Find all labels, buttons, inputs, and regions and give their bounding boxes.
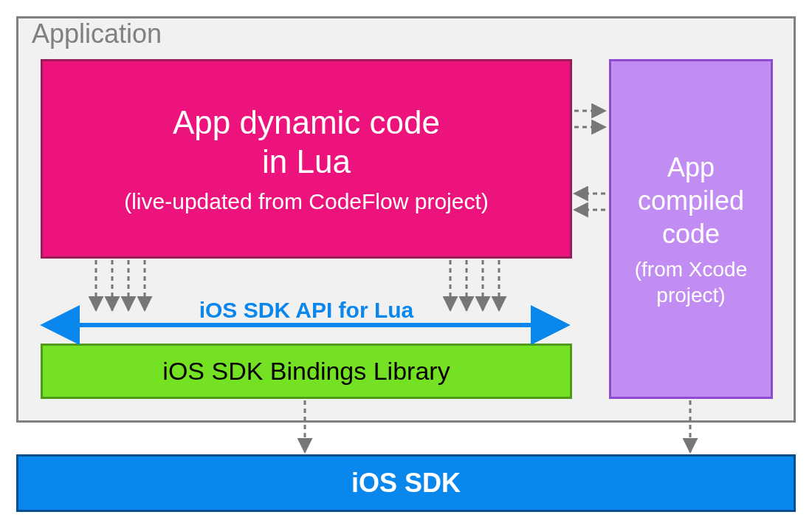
- compiled-sub-line2: project): [656, 284, 725, 307]
- application-title: Application: [32, 18, 162, 49]
- lua-dynamic-code-box: App dynamic code in Lua (live-updated fr…: [41, 59, 572, 259]
- lua-subtitle: (live-updated from CodeFlow project): [124, 189, 489, 214]
- ios-sdk-box: iOS SDK: [16, 454, 796, 512]
- bindings-library-box: iOS SDK Bindings Library: [41, 344, 572, 399]
- compiled-sub-line1: (from Xcode: [635, 258, 748, 281]
- ios-sdk-api-label: iOS SDK API for Lua: [41, 298, 572, 323]
- compiled-title-line3: code: [662, 219, 720, 249]
- ios-sdk-label: iOS SDK: [351, 468, 461, 499]
- compiled-code-box: App compiled code (from Xcode project): [609, 59, 773, 399]
- lua-title-line2: in Lua: [262, 143, 351, 180]
- lua-title-line1: App dynamic code: [173, 104, 440, 140]
- compiled-title: App compiled code: [638, 151, 744, 250]
- application-container: Application App dynamic code in Lua (liv…: [16, 16, 796, 423]
- bindings-label: iOS SDK Bindings Library: [162, 357, 450, 386]
- compiled-title-line1: App: [667, 152, 715, 182]
- compiled-subtitle: (from Xcode project): [635, 256, 748, 308]
- lua-title: App dynamic code in Lua: [173, 103, 440, 182]
- compiled-title-line2: compiled: [638, 185, 744, 216]
